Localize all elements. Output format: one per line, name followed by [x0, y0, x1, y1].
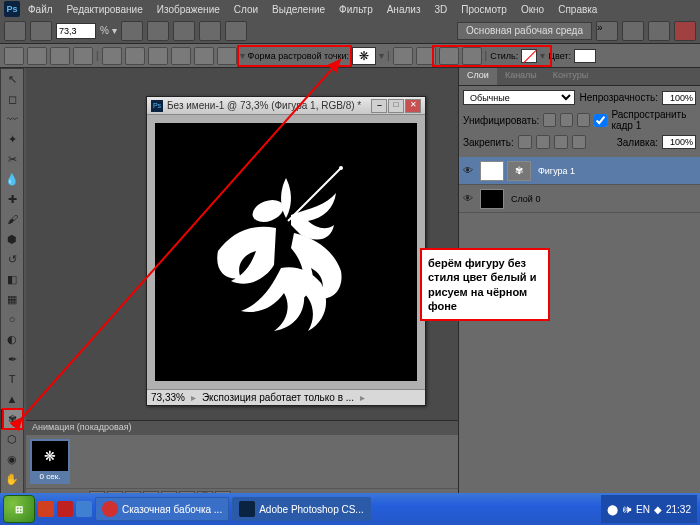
arrange-button[interactable]	[199, 21, 221, 41]
maximize-button[interactable]	[648, 21, 670, 41]
fill-pixels-button[interactable]	[73, 47, 93, 65]
shape-picker[interactable]: ❋	[352, 47, 376, 65]
layer-item-bg[interactable]: 👁 Слой 0	[459, 185, 700, 213]
zoom-input[interactable]	[56, 23, 96, 39]
move-tool[interactable]: ↖	[1, 69, 23, 89]
pen-tool[interactable]: ✒	[1, 349, 23, 369]
gradient-tool[interactable]: ▦	[1, 289, 23, 309]
menu-image[interactable]: Изображение	[151, 2, 226, 17]
marquee-tool[interactable]: ◻	[1, 89, 23, 109]
polygon-shape-button[interactable]	[171, 47, 191, 65]
menu-file[interactable]: Файл	[22, 2, 59, 17]
menu-view[interactable]: Просмотр	[455, 2, 513, 17]
unify-visibility-button[interactable]	[560, 113, 573, 127]
lasso-tool[interactable]: 〰	[1, 109, 23, 129]
close-app-button[interactable]	[674, 21, 696, 41]
ellipse-shape-button[interactable]	[148, 47, 168, 65]
quicklaunch-icon[interactable]	[76, 501, 92, 517]
screen-mode-button[interactable]	[225, 21, 247, 41]
eraser-tool[interactable]: ◧	[1, 269, 23, 289]
layer-thumb[interactable]	[480, 189, 504, 209]
paths-button[interactable]	[50, 47, 70, 65]
fill-input[interactable]	[662, 135, 696, 149]
menu-filter[interactable]: Фильтр	[333, 2, 379, 17]
vector-mask-thumb[interactable]: ✾	[507, 161, 531, 181]
combine-subtract-button[interactable]	[416, 47, 436, 65]
menu-help[interactable]: Справка	[552, 2, 603, 17]
menu-window[interactable]: Окно	[515, 2, 550, 17]
lang-indicator[interactable]: EN	[636, 504, 650, 515]
workspace-more-button[interactable]: »	[596, 21, 618, 41]
unify-position-button[interactable]	[543, 113, 556, 127]
tab-channels[interactable]: Каналы	[497, 68, 545, 85]
layer-item-figure[interactable]: 👁 ✾ Фигура 1	[459, 157, 700, 185]
style-swatch-none[interactable]	[521, 49, 537, 63]
layer-thumb[interactable]	[480, 161, 504, 181]
rounded-rect-button[interactable]	[125, 47, 145, 65]
lock-all-button[interactable]	[572, 135, 586, 149]
zoom-tool-button[interactable]	[147, 21, 169, 41]
history-brush-tool[interactable]: ↺	[1, 249, 23, 269]
menu-analysis[interactable]: Анализ	[381, 2, 427, 17]
quicklaunch-icon[interactable]	[57, 501, 73, 517]
lock-pixels-button[interactable]	[536, 135, 550, 149]
opacity-input[interactable]	[662, 91, 696, 105]
system-tray[interactable]: ⬤ 🕪 EN ◆ 21:32	[601, 495, 697, 523]
3d-camera-tool[interactable]: ◉	[1, 449, 23, 469]
lock-position-button[interactable]	[554, 135, 568, 149]
crop-tool[interactable]: ✂	[1, 149, 23, 169]
stamp-tool[interactable]: ⬢	[1, 229, 23, 249]
custom-shape-button[interactable]	[217, 47, 237, 65]
menu-3d[interactable]: 3D	[428, 2, 453, 17]
healing-tool[interactable]: ✚	[1, 189, 23, 209]
eyedropper-tool[interactable]: 💧	[1, 169, 23, 189]
document-canvas[interactable]	[155, 123, 417, 381]
doc-close-button[interactable]: ✕	[405, 99, 421, 113]
line-shape-button[interactable]	[194, 47, 214, 65]
layer-name[interactable]: Фигура 1	[534, 166, 575, 176]
shape-layers-button[interactable]	[27, 47, 47, 65]
menu-select[interactable]: Выделение	[266, 2, 331, 17]
doc-maximize-button[interactable]: □	[388, 99, 404, 113]
rect-shape-button[interactable]	[102, 47, 122, 65]
combine-intersect-button[interactable]	[439, 47, 459, 65]
tray-icon[interactable]: ◆	[654, 504, 662, 515]
launch-bridge-button[interactable]	[4, 21, 26, 41]
menu-layers[interactable]: Слои	[228, 2, 264, 17]
frame-time[interactable]: 0 сек.	[32, 471, 68, 482]
animation-frame[interactable]: ❋ 0 сек.	[30, 439, 70, 484]
custom-shape-tool[interactable]: ✾	[1, 409, 23, 429]
layer-name[interactable]: Слой 0	[507, 194, 540, 204]
hand-tool[interactable]: ✋	[1, 469, 23, 489]
tray-icon[interactable]: 🕪	[622, 504, 632, 515]
doc-minimize-button[interactable]: ‒	[371, 99, 387, 113]
tab-paths[interactable]: Контуры	[545, 68, 596, 85]
minimize-button[interactable]	[622, 21, 644, 41]
tab-layers[interactable]: Слои	[459, 68, 497, 85]
lock-transparent-button[interactable]	[518, 135, 532, 149]
3d-tool[interactable]: ⬡	[1, 429, 23, 449]
document-titlebar[interactable]: Ps Без имени-1 @ 73,3% (Фигура 1, RGB/8)…	[147, 97, 425, 115]
tray-icon[interactable]: ⬤	[607, 504, 618, 515]
dodge-tool[interactable]: ◐	[1, 329, 23, 349]
blur-tool[interactable]: ○	[1, 309, 23, 329]
rotate-view-button[interactable]	[173, 21, 195, 41]
start-button[interactable]: ⊞	[3, 495, 35, 523]
document-window[interactable]: Ps Без имени-1 @ 73,3% (Фигура 1, RGB/8)…	[146, 96, 426, 406]
color-swatch[interactable]	[574, 49, 596, 63]
history-button[interactable]	[30, 21, 52, 41]
blend-mode-select[interactable]: Обычные	[463, 90, 575, 105]
taskbar-item[interactable]: Adobe Photoshop CS...	[232, 497, 371, 521]
workspace-selector[interactable]: Основная рабочая среда	[457, 22, 592, 40]
combine-exclude-button[interactable]	[462, 47, 482, 65]
quicklaunch-icon[interactable]	[38, 501, 54, 517]
type-tool[interactable]: T	[1, 369, 23, 389]
path-select-tool[interactable]: ▲	[1, 389, 23, 409]
brush-tool[interactable]: 🖌	[1, 209, 23, 229]
visibility-icon[interactable]: 👁	[459, 165, 477, 176]
combine-add-button[interactable]	[393, 47, 413, 65]
wand-tool[interactable]: ✦	[1, 129, 23, 149]
clock[interactable]: 21:32	[666, 504, 691, 515]
tool-preset-button[interactable]	[4, 47, 24, 65]
hand-tool-button[interactable]	[121, 21, 143, 41]
